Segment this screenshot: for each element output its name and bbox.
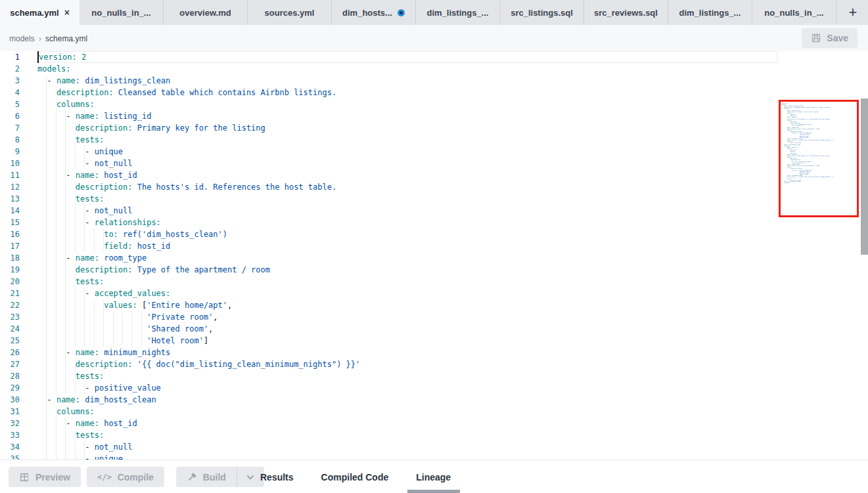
tab-label: dim_listings_... <box>427 8 489 18</box>
close-icon[interactable]: × <box>64 8 70 17</box>
line-number: 21 <box>0 288 20 299</box>
panel-tab-compiled-code[interactable]: Compiled Code <box>321 460 389 493</box>
line-number: 10 <box>0 158 20 169</box>
code-line[interactable]: 33 tests: <box>0 429 777 441</box>
line-number: 1 <box>0 51 20 63</box>
code-line[interactable]: 32 - name: host_id <box>0 418 777 429</box>
code-line[interactable]: 16 to: ref('dim_hosts_clean') <box>0 228 777 240</box>
code-line[interactable]: 3 - name: dim_listings_clean <box>0 75 777 87</box>
tab-label: src_reviews.sql <box>594 8 658 18</box>
line-number: 4 <box>0 87 20 98</box>
save-icon <box>811 33 821 43</box>
code-line[interactable]: 11 - name: host_id <box>0 169 777 181</box>
vertical-scrollbar[interactable] <box>861 98 868 255</box>
code-line[interactable]: 31 columns: <box>0 406 777 418</box>
panel-tab-label: Compiled Code <box>321 472 389 482</box>
tab-no-nulls-in[interactable]: no_nulls_in_... <box>80 0 164 25</box>
line-number: 11 <box>0 169 20 181</box>
code-line[interactable]: 30 - name: dim_hosts_clean <box>0 394 777 406</box>
line-number: 31 <box>0 406 20 418</box>
code-line[interactable]: 17 field: host_id <box>0 240 777 252</box>
code-line[interactable]: 25 'Hotel room'] <box>0 335 777 347</box>
line-number: 28 <box>0 370 20 382</box>
code-line[interactable]: 35 - unique <box>0 453 777 460</box>
code-line[interactable]: 7 description: Primary key for the listi… <box>0 122 777 134</box>
code-line[interactable]: 4 description: Cleansed table which cont… <box>0 87 777 98</box>
breadcrumb: models›schema.yml <box>9 32 87 44</box>
tab-no-nulls-in[interactable]: no_nulls_in_... <box>752 0 836 25</box>
code-editor[interactable]: 1version: 22models:3 - name: dim_listing… <box>0 51 868 460</box>
tab-label: src_listings.sql <box>511 8 573 18</box>
tab-label: schema.yml <box>10 8 58 18</box>
tab-src-listings-sql[interactable]: src_listings.sql <box>500 0 584 25</box>
code-line[interactable]: 14 - not_null <box>0 205 777 217</box>
line-number: 30 <box>0 394 20 406</box>
panel-tab-results[interactable]: Results <box>260 460 294 493</box>
panel-tab-lineage[interactable]: Lineage <box>416 460 451 493</box>
tab-dim-listings[interactable]: dim_listings_... <box>668 0 752 25</box>
line-number: 6 <box>0 110 20 122</box>
code-lines: 1version: 22models:3 - name: dim_listing… <box>0 51 777 460</box>
line-number: 17 <box>0 240 20 252</box>
breadcrumb-item-schema-yml[interactable]: schema.yml <box>45 34 87 43</box>
code-line[interactable]: 28 tests: <box>0 370 777 382</box>
line-number: 16 <box>0 228 20 240</box>
tab-dim-hosts[interactable]: dim_hosts... <box>332 0 416 25</box>
code-line[interactable]: 8 tests: <box>0 134 777 146</box>
hammer-icon <box>187 472 197 482</box>
line-number: 32 <box>0 418 20 429</box>
line-number: 15 <box>0 217 20 228</box>
tab-label: no_nulls_in_... <box>91 8 150 18</box>
tab-label: dim_listings_... <box>679 8 741 18</box>
code-line[interactable]: 22 values: ['Entire home/apt', <box>0 299 777 311</box>
tab-dim-listings[interactable]: dim_listings_... <box>416 0 500 25</box>
code-line[interactable]: 10 - not_null <box>0 158 777 169</box>
code-line[interactable]: 27 description: '{{ doc("dim_listing_cle… <box>0 358 777 370</box>
save-button[interactable]: Save <box>802 28 857 48</box>
ide-window: schema.yml×no_nulls_in_...overview.mdsou… <box>0 0 868 493</box>
code-line[interactable]: 23 'Private room', <box>0 311 777 323</box>
code-line[interactable]: 19 description: Type of the apartment / … <box>0 264 777 276</box>
line-number: 29 <box>0 382 20 394</box>
code-line[interactable]: 21 - accepted_values: <box>0 288 777 299</box>
code-line[interactable]: 2models: <box>0 63 777 75</box>
code-line[interactable]: 5 columns: <box>0 98 777 110</box>
line-number: 27 <box>0 358 20 370</box>
breadcrumb-item-models[interactable]: models <box>9 34 35 43</box>
new-tab-button[interactable]: + <box>838 0 868 25</box>
build-button[interactable]: Build <box>176 467 237 487</box>
code-line[interactable]: 6 - name: listing_id <box>0 110 777 122</box>
tab-src-reviews-sql[interactable]: src_reviews.sql <box>584 0 668 25</box>
code-line[interactable]: 13 tests: <box>0 193 777 205</box>
code-line[interactable]: 29 - positive_value <box>0 382 777 394</box>
bottom-panel: Preview</>CompileBuild ResultsCompiled C… <box>0 460 868 493</box>
preview-button[interactable]: Preview <box>9 467 81 487</box>
code-icon: </> <box>97 473 112 482</box>
line-number: 33 <box>0 429 20 441</box>
line-number: 22 <box>0 299 20 311</box>
line-number: 5 <box>0 98 20 110</box>
code-line[interactable]: 24 'Shared room', <box>0 323 777 335</box>
minimap[interactable]: version: 2models: - name: dim_listings_c… <box>781 102 858 207</box>
code-line[interactable]: 18 - name: room_type <box>0 252 777 264</box>
build-button-group: Build <box>176 467 264 487</box>
tab-label: no_nulls_in_... <box>764 8 823 18</box>
code-line[interactable]: 1version: 2 <box>0 51 777 63</box>
line-number: 26 <box>0 347 20 358</box>
code-line[interactable]: 20 tests: <box>0 276 777 288</box>
code-line[interactable]: 15 - relationships: <box>0 217 777 228</box>
button-label: Preview <box>35 472 70 482</box>
tab-label: overview.md <box>179 8 231 18</box>
line-number: 19 <box>0 264 20 276</box>
save-button-label: Save <box>827 33 848 43</box>
code-line[interactable]: 9 - unique <box>0 146 777 158</box>
tab-overview-md[interactable]: overview.md <box>164 0 248 25</box>
code-line[interactable]: 26 - name: minimum_nights <box>0 347 777 358</box>
line-number: 3 <box>0 75 20 87</box>
code-line[interactable]: 12 description: The hosts's id. Referenc… <box>0 181 777 193</box>
table-icon <box>19 472 30 482</box>
compile-button[interactable]: </>Compile <box>87 467 164 487</box>
tab-schema-yml[interactable]: schema.yml× <box>0 0 80 25</box>
tab-sources-yml[interactable]: sources.yml <box>248 0 332 25</box>
code-line[interactable]: 34 - not_null <box>0 441 777 453</box>
